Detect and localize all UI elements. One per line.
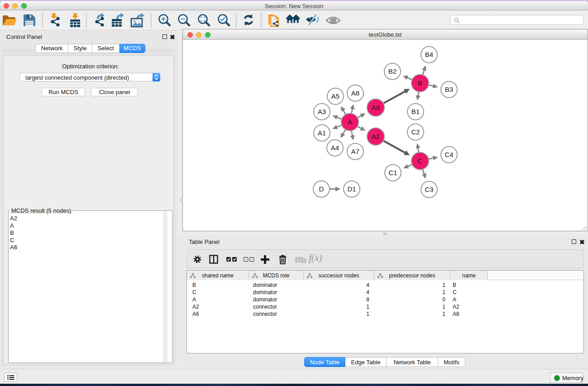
svg-text:A8: A8 [351, 89, 359, 97]
svg-text:A3: A3 [318, 108, 326, 115]
svg-text:B3: B3 [445, 86, 453, 93]
svg-text:C2: C2 [411, 128, 420, 136]
svg-text:A: A [348, 118, 352, 126]
svg-text:C4: C4 [445, 151, 453, 158]
svg-text:A5: A5 [331, 92, 339, 100]
svg-text:A7: A7 [351, 148, 359, 155]
svg-text:A4: A4 [331, 144, 339, 152]
svg-text:D: D [319, 185, 324, 193]
svg-text:D1: D1 [347, 185, 356, 193]
svg-text:A6: A6 [372, 104, 380, 111]
svg-text:C1: C1 [388, 169, 397, 176]
svg-text:B1: B1 [411, 108, 420, 115]
svg-text:B2: B2 [388, 67, 397, 75]
svg-text:B: B [418, 79, 422, 87]
svg-text:A2: A2 [372, 133, 380, 140]
svg-text:C3: C3 [425, 186, 433, 193]
svg-text:C: C [418, 157, 423, 165]
svg-text:B4: B4 [425, 51, 433, 58]
svg-text:A1: A1 [318, 129, 326, 137]
